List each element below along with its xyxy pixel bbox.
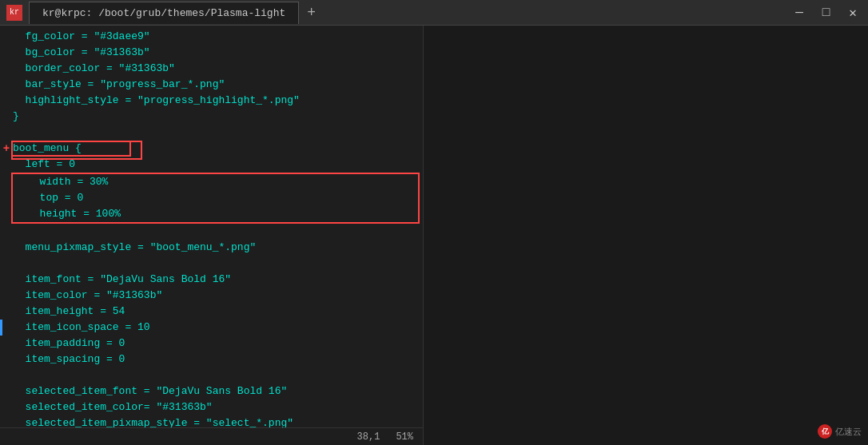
code-content: height = 100% xyxy=(27,206,415,222)
code-line: } xyxy=(0,109,423,125)
terminal-icon: kr xyxy=(6,5,22,21)
logo-text: 亿速云 xyxy=(835,426,862,438)
code-content: item_spacing = 0 xyxy=(13,352,420,368)
code-content: fg_color = "#3daee9" xyxy=(13,29,420,45)
code-line: item_color = "#31363b" xyxy=(0,288,423,304)
scroll-percent: 51% xyxy=(396,431,413,443)
blue-marker xyxy=(0,320,2,336)
code-line: item_font = "DejaVu Sans Bold 16" xyxy=(0,272,423,288)
code-line: item_height = 54 xyxy=(0,304,423,320)
code-line: selected_item_color= "#31363b" xyxy=(0,399,423,415)
code-line: item_spacing = 0 xyxy=(0,352,423,368)
code-content: width = 30% xyxy=(27,174,415,190)
code-area: fg_color = "#3daee9" bg_color = "#31363b… xyxy=(0,26,423,427)
boot-menu-line: + boot_menu { xyxy=(0,141,423,157)
code-line: selected_item_pixmap_style = "select_*.p… xyxy=(0,415,423,427)
code-content xyxy=(13,125,420,141)
code-content: item_color = "#31363b" xyxy=(13,288,420,304)
code-line: fg_color = "#3daee9" xyxy=(0,29,423,45)
code-content: boot_menu { xyxy=(13,141,420,157)
code-line: bg_color = "#31363b" xyxy=(0,45,423,61)
close-button[interactable]: ✕ xyxy=(844,3,862,22)
code-content: left = 0 xyxy=(13,157,420,173)
code-line xyxy=(0,125,423,141)
code-line: selected_item_font = "DejaVu Sans Bold 1… xyxy=(0,383,423,399)
code-content: selected_item_color= "#31363b" xyxy=(13,399,420,415)
code-line: highlight_style = "progress_highlight_*.… xyxy=(0,93,423,109)
code-content: selected_item_font = "DejaVu Sans Bold 1… xyxy=(13,383,420,399)
code-content: highlight_style = "progress_highlight_*.… xyxy=(13,93,420,109)
code-content: selected_item_pixmap_style = "select_*.p… xyxy=(13,415,420,427)
code-line: height = 100% xyxy=(13,206,418,222)
code-line xyxy=(0,368,423,383)
code-line: bar_style = "progress_bar_*.png" xyxy=(0,77,423,93)
main-area: fg_color = "#3daee9" bg_color = "#31363b… xyxy=(0,26,868,445)
titlebar: kr kr@krpc: /boot/grub/themes/Plasma-lig… xyxy=(0,0,868,26)
code-content: item_font = "DejaVu Sans Bold 16" xyxy=(13,272,420,288)
code-content xyxy=(13,368,420,383)
code-content: item_padding = 0 xyxy=(13,336,420,352)
code-content xyxy=(13,224,420,240)
code-content: item_icon_space = 10 xyxy=(13,320,420,336)
code-line: border_color = "#31363b" xyxy=(0,61,423,77)
code-line: menu_pixmap_style = "boot_menu_*.png" xyxy=(0,240,423,256)
code-content: menu_pixmap_style = "boot_menu_*.png" xyxy=(13,240,420,256)
code-content: border_color = "#31363b" xyxy=(13,61,420,77)
line-gutter: + xyxy=(0,141,13,157)
code-line: item_padding = 0 xyxy=(0,336,423,352)
code-line xyxy=(0,224,423,240)
new-tab-button[interactable]: + xyxy=(299,5,324,21)
logo-watermark: 亿 亿速云 xyxy=(818,424,862,439)
code-line: item_icon_space = 10 xyxy=(0,320,423,336)
maximize-button[interactable]: □ xyxy=(818,4,835,22)
code-scroll-area[interactable]: fg_color = "#3daee9" bg_color = "#31363b… xyxy=(0,26,423,427)
code-line: left = 0 xyxy=(0,157,423,173)
tab-area: kr@krpc: /boot/grub/themes/Plasma-light … xyxy=(29,2,790,24)
cursor-position: 38,1 xyxy=(357,431,380,443)
code-content: bar_style = "progress_bar_*.png" xyxy=(13,77,420,93)
highlight-block: width = 30% top = 0 height = 100% xyxy=(11,173,420,224)
tab-main[interactable]: kr@krpc: /boot/grub/themes/Plasma-light xyxy=(29,2,299,24)
code-content: item_height = 54 xyxy=(13,304,420,320)
status-bar: 38,1 51% xyxy=(0,427,423,445)
window-controls: — □ ✕ xyxy=(790,3,862,22)
code-content: } xyxy=(13,109,420,125)
editor-pane: fg_color = "#3daee9" bg_color = "#31363b… xyxy=(0,26,424,445)
code-content xyxy=(13,256,420,272)
code-line: width = 30% xyxy=(13,174,418,190)
code-content: top = 0 xyxy=(27,190,415,206)
logo-icon: 亿 xyxy=(818,424,832,439)
code-content: bg_color = "#31363b" xyxy=(13,45,420,61)
minimize-button[interactable]: — xyxy=(790,4,808,22)
code-line: top = 0 xyxy=(13,190,418,206)
right-pane: 亿 亿速云 xyxy=(424,26,868,445)
code-line xyxy=(0,256,423,272)
